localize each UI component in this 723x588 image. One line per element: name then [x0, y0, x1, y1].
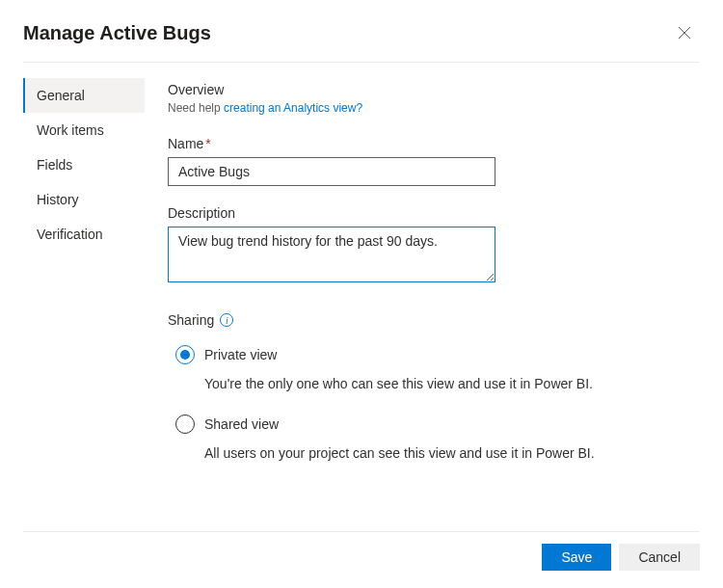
help-prefix: Need help [168, 101, 224, 115]
help-text: Need help creating an Analytics view? [168, 101, 700, 115]
name-field-group: Name* [168, 136, 700, 186]
sidebar-item-history[interactable]: History [23, 182, 145, 217]
name-input[interactable] [168, 157, 495, 186]
sidebar-item-label: History [37, 192, 79, 207]
name-label-text: Name [168, 136, 203, 151]
main-panel: Overview Need help creating an Analytics… [145, 74, 723, 484]
close-icon [677, 25, 692, 40]
sidebar: General Work items Fields History Verifi… [0, 74, 145, 484]
sidebar-item-label: General [37, 88, 85, 103]
close-button[interactable] [669, 17, 700, 48]
radio-option-shared: Shared view All users on your project ca… [168, 414, 700, 461]
radio-label: Private view [204, 347, 277, 362]
sharing-label: Sharing [168, 312, 214, 328]
sharing-header: Sharing i [168, 312, 700, 328]
cancel-button[interactable]: Cancel [619, 544, 700, 571]
required-indicator: * [205, 136, 210, 151]
sidebar-item-work-items[interactable]: Work items [23, 113, 145, 147]
save-button[interactable]: Save [542, 544, 611, 571]
sidebar-item-verification[interactable]: Verification [23, 217, 145, 252]
sidebar-item-label: Fields [37, 157, 72, 173]
sidebar-item-general[interactable]: General [23, 78, 145, 113]
dialog-header: Manage Active Bugs [0, 0, 723, 62]
dialog-title: Manage Active Bugs [23, 22, 211, 44]
sidebar-item-fields[interactable]: Fields [23, 147, 145, 182]
dialog-footer: Save Cancel [23, 531, 700, 571]
name-label: Name* [168, 136, 700, 151]
radio-description: All users on your project can see this v… [204, 445, 700, 461]
dialog-body: General Work items Fields History Verifi… [0, 63, 723, 484]
description-field-group: Description [168, 205, 700, 285]
radio-shared[interactable]: Shared view [175, 414, 700, 434]
description-label: Description [168, 205, 700, 221]
radio-circle-icon [175, 345, 195, 364]
radio-label: Shared view [204, 416, 279, 432]
overview-heading: Overview [168, 82, 700, 97]
radio-dot-icon [180, 350, 190, 360]
sidebar-item-label: Work items [37, 122, 104, 138]
radio-circle-icon [175, 414, 195, 434]
description-textarea[interactable] [168, 227, 495, 282]
radio-private[interactable]: Private view [175, 345, 700, 364]
radio-description: You're the only one who can see this vie… [204, 376, 700, 391]
radio-option-private: Private view You're the only one who can… [168, 345, 700, 391]
info-icon[interactable]: i [220, 313, 233, 327]
sidebar-item-label: Verification [37, 227, 102, 242]
help-link[interactable]: creating an Analytics view? [224, 101, 362, 115]
